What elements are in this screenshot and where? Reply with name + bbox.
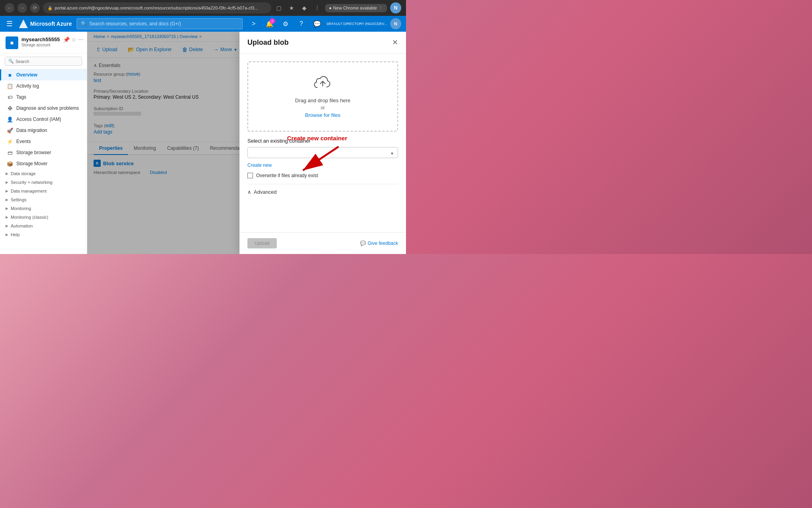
drop-zone[interactable]: Drag and drop files here or Browse for f… [247, 61, 398, 132]
resource-type: Storage account [21, 43, 60, 47]
feedback-label: Give feedback [368, 241, 398, 246]
azure-logo-text: Microsoft Azure [30, 21, 72, 27]
back-button[interactable]: ← [5, 3, 14, 13]
resource-info: mysearch55555 Storage account [21, 36, 60, 47]
lock-icon: 🔒 [48, 6, 52, 10]
sidebar-item-events[interactable]: ⚡ Events [0, 136, 87, 147]
sidebar-group-data-management[interactable]: ▶ Data management [0, 187, 87, 195]
sidebar-item-diagnose[interactable]: ✠ Diagnose and solve problems [0, 103, 87, 114]
sidebar-group-label-data-storage: Data storage [11, 171, 36, 176]
feedback-icon: 💬 [360, 241, 366, 246]
azure-logo-icon [19, 19, 28, 28]
sidebar-item-label-diagnose: Diagnose and solve problems [16, 105, 79, 111]
sidebar-item-label-data-migration: Data migration [16, 128, 47, 133]
activity-log-icon: 📋 [7, 83, 13, 89]
tags-icon: 🏷 [7, 94, 13, 100]
azure-topbar: ☰ Microsoft Azure 🔍 Search resources, se… [0, 16, 406, 32]
sidebar-item-data-migration[interactable]: 🚀 Data migration [0, 125, 87, 136]
advanced-header[interactable]: ∧ Advanced [247, 189, 398, 195]
content-area: Home > mysearch55555_1718133050715 | Ove… [87, 32, 406, 254]
menu-icon[interactable]: ⋮ [312, 3, 322, 13]
reload-button[interactable]: ⟳ [30, 3, 40, 13]
forward-button[interactable]: → [17, 3, 27, 13]
chrome-icon: ● [329, 6, 332, 10]
create-new-link[interactable]: Create new [247, 162, 272, 168]
iam-icon: 👤 [7, 116, 13, 122]
help-chevron: ▶ [6, 233, 8, 237]
browser-chrome: ← → ⟳ 🔒 portal.azure.com/#@ngocdevuap.on… [0, 0, 406, 16]
sidebar-search-input[interactable]: 🔍 Search [5, 57, 82, 66]
more-button[interactable]: ⋯ [78, 36, 84, 43]
sidebar: ■ mysearch55555 Storage account 📌 ☆ ⋯ 🔍 … [0, 32, 87, 254]
topbar-right: > 🔔 2 ⚙ ? 💬 DEFAULT DIRECTORY (NGOCDEV..… [247, 17, 401, 30]
bookmark-icon[interactable]: ★ [287, 3, 297, 13]
sidebar-group-data-storage[interactable]: ▶ Data storage [0, 169, 87, 178]
sidebar-group-settings[interactable]: ▶ Settings [0, 195, 87, 204]
sidebar-group-monitoring-classic[interactable]: ▶ Monitoring (classic) [0, 213, 87, 222]
main-area: ■ mysearch55555 Storage account 📌 ☆ ⋯ 🔍 … [0, 32, 406, 254]
sidebar-item-activity-log[interactable]: 📋 Activity log [0, 80, 87, 92]
new-chrome-text: New Chrome available [333, 6, 377, 10]
feedback-link[interactable]: 💬 Give feedback [360, 241, 398, 246]
overview-icon: ■ [7, 72, 13, 78]
search-icon: 🔍 [81, 21, 87, 27]
upload-panel-title: Upload blob [247, 38, 289, 47]
chrome-avatar[interactable]: N [390, 2, 401, 13]
upload-panel-footer: Upload 💬 Give feedback [239, 232, 406, 254]
data-migration-icon: 🚀 [7, 127, 13, 134]
sidebar-item-overview[interactable]: ■ Overview [0, 69, 87, 80]
upload-panel: Upload blob ✕ Drag and drop files here o… [239, 32, 406, 254]
azure-logo: Microsoft Azure [19, 19, 72, 28]
upload-submit-button[interactable]: Upload [247, 238, 277, 248]
settings-button[interactable]: ⚙ [279, 17, 292, 30]
new-chrome-menu-icon: ⋮ [379, 6, 383, 11]
sidebar-item-storage-browser[interactable]: 🗃 Storage browser [0, 147, 87, 158]
resource-icon: ■ [6, 36, 18, 49]
sidebar-item-storage-mover[interactable]: 📦 Storage Mover [0, 158, 87, 169]
feedback-button[interactable]: 💬 [311, 17, 324, 30]
extensions-icon[interactable]: ◆ [300, 3, 309, 13]
sidebar-item-label-storage-browser: Storage browser [16, 150, 51, 155]
user-directory-text: DEFAULT DIRECTORY (NGOCDEV... [327, 22, 387, 26]
data-management-chevron: ▶ [6, 189, 8, 193]
sidebar-group-label-help: Help [11, 232, 20, 237]
sidebar-item-tags[interactable]: 🏷 Tags [0, 92, 87, 103]
star-button[interactable]: ☆ [71, 36, 77, 43]
url-bar[interactable]: 🔒 portal.azure.com/#@ngocdevuap.onmicros… [43, 2, 271, 13]
sidebar-group-label-monitoring: Monitoring [11, 206, 31, 211]
sidebar-group-monitoring[interactable]: ▶ Monitoring [0, 204, 87, 213]
sidebar-group-security-networking[interactable]: ▶ Security + networking [0, 178, 87, 187]
automation-chevron: ▶ [6, 224, 8, 228]
overwrite-checkbox[interactable] [247, 173, 253, 178]
browse-link[interactable]: Browse for files [256, 112, 389, 118]
help-button[interactable]: ? [295, 17, 308, 30]
sidebar-item-label-activity-log: Activity log [16, 83, 39, 89]
resource-name: mysearch55555 [21, 36, 60, 43]
upload-panel-close-button[interactable]: ✕ [392, 38, 398, 47]
sidebar-item-iam[interactable]: 👤 Access Control (IAM) [0, 114, 87, 125]
sidebar-search-text: Search [15, 59, 29, 64]
sidebar-group-automation[interactable]: ▶ Automation [0, 222, 87, 230]
pin-button[interactable]: 📌 [63, 36, 70, 43]
sidebar-item-label-storage-mover: Storage Mover [16, 161, 48, 166]
upload-panel-header: Upload blob ✕ [239, 32, 406, 53]
hamburger-button[interactable]: ☰ [5, 18, 14, 30]
diagnose-icon: ✠ [7, 105, 13, 111]
sidebar-item-label-overview: Overview [16, 72, 37, 78]
container-select-wrapper: ▼ [247, 147, 398, 160]
sidebar-item-label-tags: Tags [16, 94, 26, 100]
upload-panel-body: Drag and drop files here or Browse for f… [239, 53, 406, 232]
sidebar-group-help[interactable]: ▶ Help [0, 230, 87, 239]
resource-header-icons: 📌 ☆ ⋯ [63, 36, 84, 43]
sidebar-item-label-iam: Access Control (IAM) [16, 116, 61, 122]
notifications-button[interactable]: 🔔 2 [263, 17, 276, 30]
url-text: portal.azure.com/#@ngocdevuap.onmicrosof… [55, 6, 258, 10]
container-select[interactable] [247, 147, 398, 158]
advanced-section: ∧ Advanced [247, 184, 398, 195]
advanced-collapse-icon: ∧ [247, 189, 251, 195]
sidebar-group-label-automation: Automation [11, 223, 33, 228]
cloud-shell-button[interactable]: > [247, 17, 260, 30]
user-avatar[interactable]: N [390, 18, 401, 29]
screenshot-icon[interactable]: ▢ [274, 3, 284, 13]
azure-search-bar[interactable]: 🔍 Search resources, services, and docs (… [77, 18, 242, 29]
